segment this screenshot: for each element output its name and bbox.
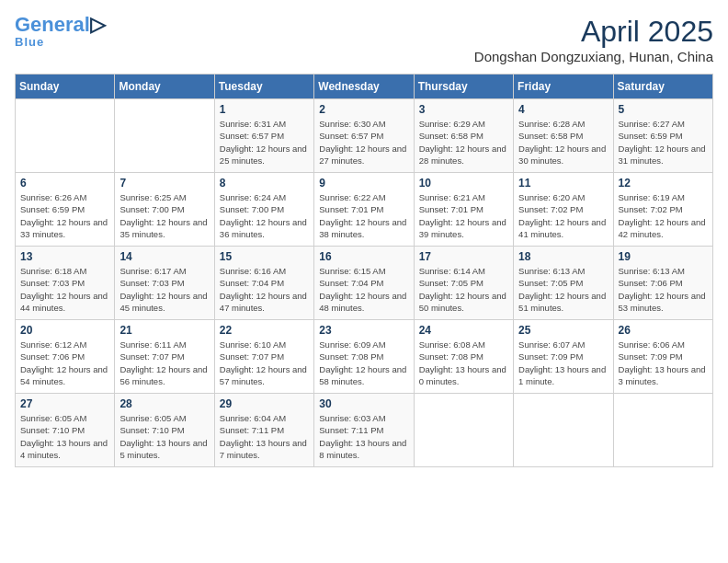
day-number: 26: [619, 324, 708, 337]
day-info: Sunrise: 6:27 AM Sunset: 6:59 PM Dayligh…: [619, 118, 708, 167]
calendar-cell: 10Sunrise: 6:21 AM Sunset: 7:01 PM Dayli…: [414, 173, 513, 247]
calendar-week-3: 13Sunrise: 6:18 AM Sunset: 7:03 PM Dayli…: [16, 247, 713, 320]
calendar-cell: 3Sunrise: 6:29 AM Sunset: 6:58 PM Daylig…: [414, 99, 513, 173]
day-number: 21: [119, 324, 209, 337]
day-info: Sunrise: 6:15 AM Sunset: 7:04 PM Dayligh…: [319, 265, 408, 314]
calendar-cell: 26Sunrise: 6:06 AM Sunset: 7:09 PM Dayli…: [613, 320, 712, 394]
calendar-cell: 1Sunrise: 6:31 AM Sunset: 6:57 PM Daylig…: [214, 99, 313, 173]
calendar-cell: 16Sunrise: 6:15 AM Sunset: 7:04 PM Dayli…: [314, 247, 414, 320]
day-info: Sunrise: 6:17 AM Sunset: 7:03 PM Dayligh…: [119, 265, 209, 314]
day-number: 13: [20, 250, 109, 263]
day-number: 29: [220, 397, 309, 410]
calendar-table: SundayMondayTuesdayWednesdayThursdayFrid…: [15, 74, 713, 467]
calendar-cell: [613, 394, 712, 467]
day-number: 5: [619, 103, 708, 116]
calendar-cell: [414, 394, 513, 467]
day-number: 18: [518, 250, 608, 263]
day-number: 24: [419, 324, 508, 337]
location: Dongshan Dongzuxiang, Hunan, China: [474, 49, 713, 64]
calendar-week-4: 20Sunrise: 6:12 AM Sunset: 7:06 PM Dayli…: [16, 320, 713, 394]
calendar-cell: 25Sunrise: 6:07 AM Sunset: 7:09 PM Dayli…: [514, 320, 613, 394]
calendar-cell: 17Sunrise: 6:14 AM Sunset: 7:05 PM Dayli…: [414, 247, 513, 320]
logo-blue: Blue: [15, 35, 44, 49]
calendar-header-row: SundayMondayTuesdayWednesdayThursdayFrid…: [16, 75, 713, 99]
calendar-cell: 20Sunrise: 6:12 AM Sunset: 7:06 PM Dayli…: [16, 320, 115, 394]
logo: General▷ Blue: [15, 15, 106, 49]
calendar-cell: 6Sunrise: 6:26 AM Sunset: 6:59 PM Daylig…: [16, 173, 115, 247]
day-info: Sunrise: 6:08 AM Sunset: 7:08 PM Dayligh…: [419, 339, 508, 387]
weekday-header-monday: Monday: [115, 75, 214, 99]
day-info: Sunrise: 6:28 AM Sunset: 6:58 PM Dayligh…: [518, 118, 608, 167]
day-number: 28: [119, 397, 209, 410]
calendar-cell: 4Sunrise: 6:28 AM Sunset: 6:58 PM Daylig…: [514, 99, 613, 173]
day-info: Sunrise: 6:06 AM Sunset: 7:09 PM Dayligh…: [619, 339, 708, 387]
day-number: 23: [319, 324, 408, 337]
calendar-cell: 29Sunrise: 6:04 AM Sunset: 7:11 PM Dayli…: [214, 394, 313, 467]
calendar-cell: [115, 99, 214, 173]
page-header: General▷ Blue April 2025 Dongshan Dongzu…: [15, 15, 713, 64]
day-info: Sunrise: 6:31 AM Sunset: 6:57 PM Dayligh…: [220, 118, 309, 167]
day-number: 27: [20, 397, 109, 410]
day-number: 9: [319, 177, 408, 190]
day-number: 19: [619, 250, 708, 263]
day-number: 2: [319, 103, 408, 116]
weekday-header-sunday: Sunday: [16, 75, 115, 99]
day-info: Sunrise: 6:26 AM Sunset: 6:59 PM Dayligh…: [20, 191, 109, 240]
calendar-cell: 23Sunrise: 6:09 AM Sunset: 7:08 PM Dayli…: [314, 320, 414, 394]
day-info: Sunrise: 6:11 AM Sunset: 7:07 PM Dayligh…: [119, 339, 209, 387]
calendar-week-1: 1Sunrise: 6:31 AM Sunset: 6:57 PM Daylig…: [16, 99, 713, 173]
day-number: 3: [419, 103, 508, 116]
day-info: Sunrise: 6:04 AM Sunset: 7:11 PM Dayligh…: [220, 412, 309, 461]
month-year: April 2025: [474, 15, 713, 49]
calendar-cell: 12Sunrise: 6:19 AM Sunset: 7:02 PM Dayli…: [613, 173, 712, 247]
day-info: Sunrise: 6:05 AM Sunset: 7:10 PM Dayligh…: [20, 412, 109, 461]
day-info: Sunrise: 6:21 AM Sunset: 7:01 PM Dayligh…: [419, 191, 508, 240]
calendar-cell: 15Sunrise: 6:16 AM Sunset: 7:04 PM Dayli…: [214, 247, 313, 320]
day-info: Sunrise: 6:30 AM Sunset: 6:57 PM Dayligh…: [319, 118, 408, 167]
day-number: 4: [518, 103, 608, 116]
calendar-body: 1Sunrise: 6:31 AM Sunset: 6:57 PM Daylig…: [16, 99, 713, 467]
calendar-cell: 30Sunrise: 6:03 AM Sunset: 7:11 PM Dayli…: [314, 394, 414, 467]
day-info: Sunrise: 6:20 AM Sunset: 7:02 PM Dayligh…: [518, 191, 608, 240]
calendar-cell: 28Sunrise: 6:05 AM Sunset: 7:10 PM Dayli…: [115, 394, 214, 467]
day-info: Sunrise: 6:19 AM Sunset: 7:02 PM Dayligh…: [619, 191, 708, 240]
day-info: Sunrise: 6:14 AM Sunset: 7:05 PM Dayligh…: [419, 265, 508, 314]
day-number: 10: [419, 177, 508, 190]
calendar-cell: 22Sunrise: 6:10 AM Sunset: 7:07 PM Dayli…: [214, 320, 313, 394]
day-info: Sunrise: 6:25 AM Sunset: 7:00 PM Dayligh…: [119, 191, 209, 240]
calendar-cell: 9Sunrise: 6:22 AM Sunset: 7:01 PM Daylig…: [314, 173, 414, 247]
weekday-header-wednesday: Wednesday: [314, 75, 414, 99]
day-number: 6: [20, 177, 109, 190]
day-number: 16: [319, 250, 408, 263]
calendar-cell: [514, 394, 613, 467]
day-number: 25: [518, 324, 608, 337]
weekday-header-tuesday: Tuesday: [214, 75, 313, 99]
calendar-cell: 27Sunrise: 6:05 AM Sunset: 7:10 PM Dayli…: [16, 394, 115, 467]
day-info: Sunrise: 6:18 AM Sunset: 7:03 PM Dayligh…: [20, 265, 109, 314]
day-number: 1: [220, 103, 309, 116]
calendar-cell: 19Sunrise: 6:13 AM Sunset: 7:06 PM Dayli…: [613, 247, 712, 320]
day-info: Sunrise: 6:12 AM Sunset: 7:06 PM Dayligh…: [20, 339, 109, 387]
day-number: 22: [220, 324, 309, 337]
title-block: April 2025 Dongshan Dongzuxiang, Hunan, …: [474, 15, 713, 64]
calendar-cell: 21Sunrise: 6:11 AM Sunset: 7:07 PM Dayli…: [115, 320, 214, 394]
day-info: Sunrise: 6:10 AM Sunset: 7:07 PM Dayligh…: [220, 339, 309, 387]
day-info: Sunrise: 6:03 AM Sunset: 7:11 PM Dayligh…: [319, 412, 408, 461]
day-number: 12: [619, 177, 708, 190]
day-info: Sunrise: 6:05 AM Sunset: 7:10 PM Dayligh…: [119, 412, 209, 461]
day-info: Sunrise: 6:09 AM Sunset: 7:08 PM Dayligh…: [319, 339, 408, 387]
logo-general: General: [15, 13, 90, 36]
weekday-header-saturday: Saturday: [613, 75, 712, 99]
day-number: 30: [319, 397, 408, 410]
day-info: Sunrise: 6:22 AM Sunset: 7:01 PM Dayligh…: [319, 191, 408, 240]
calendar-cell: 18Sunrise: 6:13 AM Sunset: 7:05 PM Dayli…: [514, 247, 613, 320]
calendar-cell: 2Sunrise: 6:30 AM Sunset: 6:57 PM Daylig…: [314, 99, 414, 173]
weekday-header-thursday: Thursday: [414, 75, 513, 99]
day-number: 7: [119, 177, 209, 190]
day-info: Sunrise: 6:16 AM Sunset: 7:04 PM Dayligh…: [220, 265, 309, 314]
day-number: 15: [220, 250, 309, 263]
calendar-cell: [16, 99, 115, 173]
calendar-cell: 11Sunrise: 6:20 AM Sunset: 7:02 PM Dayli…: [514, 173, 613, 247]
day-info: Sunrise: 6:13 AM Sunset: 7:06 PM Dayligh…: [619, 265, 708, 314]
calendar-cell: 5Sunrise: 6:27 AM Sunset: 6:59 PM Daylig…: [613, 99, 712, 173]
